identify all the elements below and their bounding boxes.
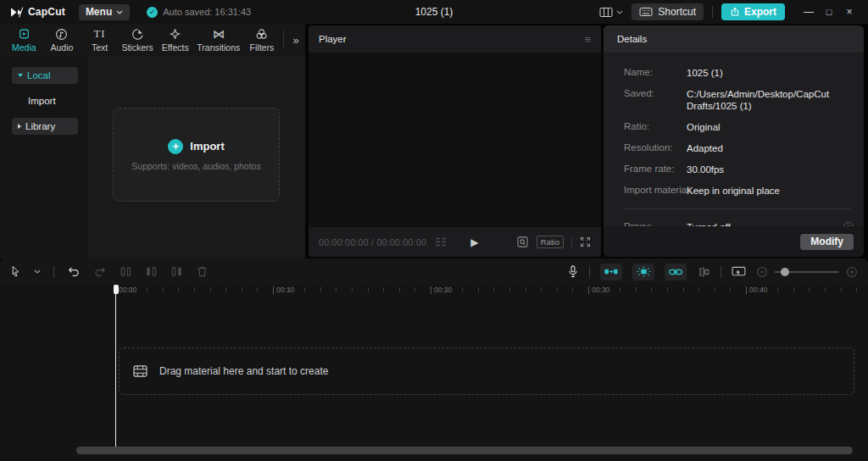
top-bar: CapCut Menu ✓ Auto saved: 16:31:43 1025 … <box>0 0 868 24</box>
preview-axis-button[interactable] <box>697 266 710 278</box>
import-subtitle: Supports: videos, audios, photos <box>131 161 260 171</box>
detail-value: Original <box>687 121 850 133</box>
tab-audio[interactable]: Audio <box>43 27 81 53</box>
detail-row-saved: Saved: C:/Users/Admin/Desktop/CapCut Dra… <box>624 88 850 112</box>
divider <box>283 31 284 49</box>
detail-row-resolution: Resolution: Adapted <box>624 142 850 154</box>
timeline-panel: 00:00 00:10 00:20 00:30 00:40 <box>0 258 868 461</box>
link-clips-button[interactable] <box>665 264 687 280</box>
playhead-line <box>115 285 116 449</box>
tab-label: Filters <box>250 42 275 53</box>
frame-preview-button[interactable] <box>732 266 746 278</box>
zoom-out-icon[interactable] <box>756 266 768 278</box>
triangle-right-icon <box>18 124 21 129</box>
divider <box>53 266 54 278</box>
text-icon: TI <box>93 27 105 41</box>
media-tabs: Media Audio TI Text Stickers <box>0 24 305 56</box>
check-icon: ✓ <box>147 7 158 18</box>
chevron-down-icon <box>116 10 123 14</box>
play-button[interactable]: ▶ <box>470 236 478 248</box>
playhead-handle[interactable] <box>114 285 119 294</box>
media-sidebar: Local Import Library <box>0 56 87 258</box>
detail-value: C:/Users/Admin/Desktop/CapCut Drafts/102… <box>687 88 850 112</box>
sidebar-item-import[interactable]: Import <box>28 92 87 109</box>
player-menu-icon[interactable]: ≡ <box>584 33 591 46</box>
details-footer: Modify <box>604 226 864 257</box>
undo-button[interactable] <box>67 265 81 278</box>
divider <box>624 208 850 209</box>
delete-button[interactable] <box>196 265 209 278</box>
tab-effects[interactable]: Effects <box>156 27 194 53</box>
detail-row-import-material: Import material: Keep in original place <box>624 185 850 197</box>
zoom-slider-handle[interactable] <box>781 268 789 276</box>
timeline-dropzone[interactable]: Drag material here and start to create <box>119 347 854 395</box>
sticker-icon <box>131 27 144 41</box>
media-icon <box>18 27 31 41</box>
export-button[interactable]: Export <box>721 3 785 20</box>
divider <box>712 6 713 18</box>
sidebar-label: Local <box>27 70 51 81</box>
split-button[interactable] <box>120 265 132 278</box>
detail-label: Name: <box>624 67 687 77</box>
layout-icon <box>599 7 613 18</box>
detail-label: Import material: <box>624 185 687 195</box>
divider <box>721 266 721 278</box>
autosave-status: ✓ Auto saved: 16:31:43 <box>147 7 251 18</box>
detail-label: Ratio: <box>624 121 687 131</box>
close-button[interactable]: × <box>839 3 860 21</box>
fullscreen-icon[interactable] <box>580 236 591 247</box>
layout-switch-button[interactable] <box>599 7 623 18</box>
delete-right-button[interactable] <box>170 265 183 278</box>
detail-label: Resolution: <box>624 142 687 153</box>
import-title: Import <box>190 140 224 153</box>
detail-value: 1025 (1) <box>687 67 850 79</box>
sidebar-item-local[interactable]: Local <box>12 67 78 84</box>
auto-snap-button[interactable] <box>632 264 654 280</box>
autosave-text: Auto saved: 16:31:43 <box>163 7 251 17</box>
maximize-button[interactable]: □ <box>819 3 839 21</box>
player-title: Player <box>319 34 347 44</box>
tab-label: Effects <box>162 42 189 53</box>
menu-button[interactable]: Menu <box>79 4 130 20</box>
timeline-zoom-control <box>756 266 858 278</box>
tab-transitions[interactable]: ⋈ Transitions <box>194 27 243 53</box>
plus-icon: + <box>168 139 183 154</box>
modify-button[interactable]: Modify <box>800 234 854 250</box>
tab-text[interactable]: TI Text <box>81 27 119 53</box>
tab-stickers[interactable]: Stickers <box>119 27 157 53</box>
ruler-time: 00:30 <box>592 286 609 294</box>
record-voiceover-button[interactable] <box>567 264 579 279</box>
import-dropzone[interactable]: + Import Supports: videos, audios, photo… <box>113 108 280 202</box>
zoom-slider-track[interactable] <box>775 271 839 273</box>
select-cursor-button[interactable] <box>10 265 21 278</box>
tab-media[interactable]: Media <box>5 27 43 53</box>
shortcut-button[interactable]: Shortcut <box>632 3 704 20</box>
ruler-label: 00:00 <box>115 286 136 294</box>
redo-button[interactable] <box>93 265 107 278</box>
tab-label: Audio <box>50 42 73 53</box>
chevron-down-icon[interactable] <box>34 269 41 274</box>
timecode: 00:00:00:00 / 00:00:00:00 <box>319 237 426 247</box>
tab-label: Text <box>92 42 108 53</box>
menu-label: Menu <box>86 6 112 18</box>
divider <box>571 237 572 247</box>
delete-left-button[interactable] <box>145 265 158 278</box>
ruler-time: 00:40 <box>749 286 767 294</box>
detail-label: Saved: <box>624 88 687 98</box>
sidebar-item-library[interactable]: Library <box>12 118 78 135</box>
detail-row-ratio: Ratio: Original <box>624 121 850 133</box>
zoom-in-icon[interactable] <box>846 266 858 278</box>
media-panel: Media Audio TI Text Stickers <box>0 24 305 258</box>
details-header: Details <box>604 25 864 53</box>
frame-list-icon[interactable] <box>435 237 447 247</box>
main-track-magnet-button[interactable] <box>600 264 622 280</box>
timeline-ruler[interactable]: 00:00 00:10 00:20 00:30 00:40 <box>0 285 868 302</box>
expand-tabs-icon[interactable]: » <box>287 34 305 47</box>
export-label: Export <box>744 6 776 18</box>
tab-filters[interactable]: Filters <box>243 27 281 53</box>
ratio-button[interactable]: Ratio <box>537 236 564 248</box>
preview-quality-icon[interactable] <box>516 236 529 248</box>
horizontal-scrollbar[interactable] <box>76 447 853 454</box>
tab-label: Stickers <box>121 42 153 53</box>
minimize-button[interactable]: — <box>798 3 819 21</box>
